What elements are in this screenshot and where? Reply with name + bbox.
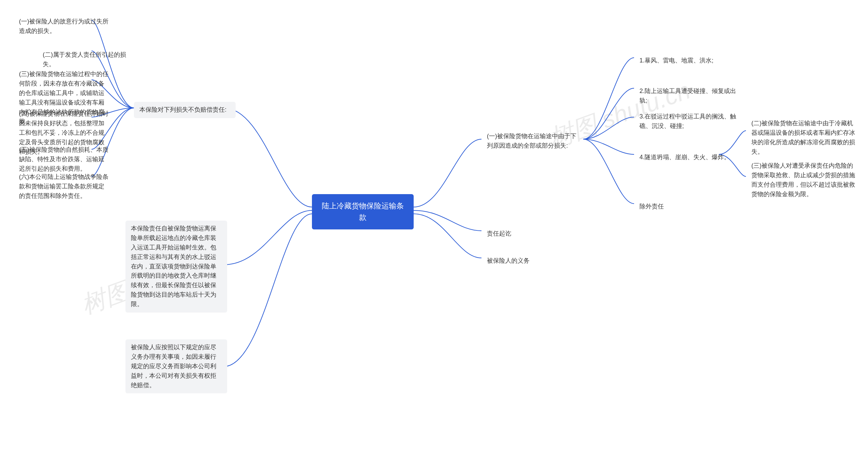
exclusion-1-node[interactable]: (一)被保险人的故意行为或过失所造成的损失。 (14, 14, 115, 39)
covered-except-node[interactable]: 除外责任 (634, 199, 669, 215)
covered-header-node[interactable]: (一)被保险货物在运输途中由于下列原因造成的全部或部分损失: (481, 128, 583, 154)
covered-3-node[interactable]: 3.在驳运过程中驳运工具的搁浅、触礁、沉没、碰撞; (634, 109, 743, 134)
exclusion-6-node[interactable]: (六)本公司陆上运输货物战争险条款和货物运输罢工险条款所规定的责任范围和除外责任… (14, 169, 115, 204)
exclusions-header-node[interactable]: 本保险对下列损失不负赔偿责任: (134, 102, 236, 118)
covered-1-node[interactable]: 1.暴风、雷电、地震、洪水; (634, 53, 743, 69)
period-label-node[interactable]: 责任起讫 (481, 226, 517, 242)
duty-label-node[interactable]: 被保险人的义务 (481, 253, 535, 269)
insured-duty-node[interactable]: 被保险人应按照以下规定的应尽义务办理有关事项，如因未履行规定的应尽义务而影响本公… (125, 339, 227, 393)
covered-4b-node[interactable]: (三)被保险人对遭受承保责任内危险的货物采取抢救、防止或减少货损的措施而支付合理… (746, 158, 861, 203)
covered-2-node[interactable]: 2.陆上运输工具遭受碰撞、倾复或出轨; (634, 83, 743, 109)
covered-4-node[interactable]: 4.隧道坍塌、崖崩、失火、爆炸。 (634, 149, 736, 166)
root-node[interactable]: 陆上冷藏货物保险运输条款 (312, 194, 414, 229)
covered-4a-node[interactable]: (二)被保险货物在运输途中由于冷藏机器或隔温设备的损坏或者车厢内贮存冰块的溶化所… (746, 115, 861, 160)
liability-period-node[interactable]: 本保险责任自被保险货物运离保险单所载起运地点的冷藏仓库装入运送工具开始运输时生效… (125, 221, 227, 313)
